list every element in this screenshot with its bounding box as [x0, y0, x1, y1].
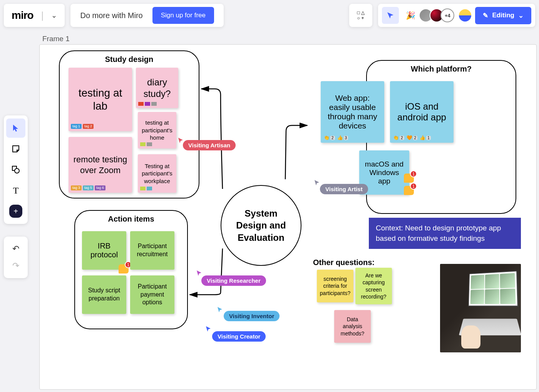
- sticky-workplace[interactable]: Testing at participant's workplace: [138, 154, 176, 193]
- sticky-tool[interactable]: [6, 139, 25, 158]
- sticky-text: testing at lab: [72, 87, 129, 112]
- comment-indicator[interactable]: 1: [119, 264, 129, 274]
- remote-cursor-researcher: Visiting Researcher: [201, 275, 266, 286]
- svg-point-1: [15, 168, 19, 173]
- confetti-icon: 🎉: [406, 11, 415, 20]
- context-text-box[interactable]: Context: Need to design prototype app ba…: [369, 218, 521, 249]
- center-topic-node[interactable]: System Design and Evaluation: [221, 185, 301, 266]
- reaction-thumb[interactable]: 👍3: [337, 135, 348, 140]
- sticky-note-icon: [12, 145, 20, 153]
- collaborator-avatars[interactable]: +4: [422, 8, 472, 22]
- sticky-text: Participant payment options: [133, 283, 171, 307]
- text-tool[interactable]: T: [6, 181, 25, 200]
- remote-cursor-creator: Visiting Creator: [212, 331, 266, 342]
- sticky-remote[interactable]: remote testing over Zoom tag 3 tag 5 tag…: [69, 137, 132, 193]
- collab-panel: 🎉 +4 ✎ Editing ⌄: [378, 4, 535, 27]
- editing-label: Editing: [492, 12, 514, 19]
- sticky-web[interactable]: Web app: easily usable through many devi…: [321, 81, 384, 143]
- logo-panel: miro | ⌄: [4, 4, 65, 27]
- sticky-script[interactable]: Study script preparation: [82, 275, 126, 314]
- tag[interactable]: tag 5: [83, 185, 94, 190]
- avatar-self[interactable]: [458, 8, 472, 22]
- sticky-home[interactable]: testing at participant's home: [138, 112, 176, 148]
- chevron-down-icon: ⌄: [518, 12, 524, 20]
- tag-row: tag 3 tag 5 tag 6: [71, 185, 105, 190]
- tag[interactable]: tag 6: [95, 185, 105, 190]
- remote-cursor-icon: [205, 325, 211, 332]
- shape-tool[interactable]: [6, 160, 25, 179]
- sticky-recruit[interactable]: Participant recruitment: [130, 231, 174, 270]
- remote-cursor-artisan: Visiting Artisan: [183, 140, 236, 150]
- remote-cursor-artist: Visiting Artist: [320, 184, 368, 194]
- canvas[interactable]: Study design testing at lab tag 1 tag 2 …: [39, 44, 537, 390]
- text-icon: T: [13, 185, 19, 196]
- sticky-screening[interactable]: screening criteria for participants?: [317, 270, 353, 302]
- sticky-mobile[interactable]: iOS and android app 👏2 🧡2 👍1: [390, 81, 454, 143]
- photo-hand: [461, 325, 480, 349]
- sticky-text: testing at participant's home: [141, 119, 173, 142]
- reaction-row[interactable]: 👏2 👍3: [324, 135, 348, 140]
- sticky-text: Web app: easily usable through many devi…: [324, 93, 381, 130]
- plus-icon: +: [13, 207, 18, 216]
- pencil-icon: ✎: [483, 12, 488, 20]
- editing-mode-button[interactable]: ✎ Editing ⌄: [475, 7, 531, 24]
- reaction-clap[interactable]: 👏2: [393, 135, 404, 140]
- shape-icon: [11, 165, 20, 174]
- swatch-row: [140, 187, 152, 190]
- apps-button[interactable]: □△○+: [349, 4, 372, 27]
- divider: |: [41, 10, 44, 22]
- sticky-text: diary study?: [139, 77, 175, 100]
- frame-label[interactable]: Frame 1: [42, 35, 70, 43]
- avatar-overflow[interactable]: +4: [440, 8, 454, 22]
- sticky-text: IRB protocol: [85, 242, 123, 259]
- sticky-analysis[interactable]: Data analysis methods?: [334, 310, 371, 343]
- embedded-image-laptop[interactable]: [440, 264, 521, 352]
- reaction-heart[interactable]: 🧡2: [407, 135, 418, 140]
- other-questions-heading[interactable]: Other questions:: [313, 258, 375, 267]
- redo-button[interactable]: ↷: [6, 257, 25, 274]
- sticky-text: Study script preparation: [85, 287, 123, 303]
- left-toolbar: T +: [4, 115, 28, 224]
- cursor-send-icon: [387, 12, 394, 19]
- select-tool[interactable]: [6, 118, 25, 138]
- comment-indicator[interactable]: 1: [404, 186, 414, 195]
- sticky-text: Are we capturing screen recording?: [358, 272, 389, 300]
- reaction-thumb[interactable]: 👍1: [420, 135, 431, 140]
- sticky-diary[interactable]: diary study?: [136, 68, 178, 108]
- remote-cursor-icon: [217, 306, 223, 313]
- board-menu-chevron-icon[interactable]: ⌄: [51, 11, 57, 20]
- more-tools-button[interactable]: +: [9, 205, 22, 218]
- comment-count-badge: 1: [410, 183, 417, 190]
- tag-row: tag 1 tag 2: [71, 124, 94, 129]
- cluster-title: Action items: [108, 215, 154, 224]
- tag[interactable]: tag 1: [71, 124, 82, 129]
- reaction-row[interactable]: 👏2 🧡2 👍1: [393, 135, 431, 140]
- follow-cursor-button[interactable]: [382, 7, 399, 24]
- context-text: Context: Need to design prototype app ba…: [376, 224, 501, 242]
- redo-icon: ↷: [12, 261, 19, 271]
- swatch-row: [140, 142, 152, 146]
- shapes-plus-icon: □△○+: [357, 10, 365, 20]
- remote-cursor-icon: [196, 270, 202, 277]
- reactions-button[interactable]: 🎉: [402, 7, 419, 24]
- tag[interactable]: tag 3: [71, 185, 82, 190]
- miro-logo[interactable]: miro: [12, 9, 33, 22]
- undo-panel: ↶ ↷: [4, 237, 28, 278]
- comment-indicator[interactable]: 1: [404, 173, 414, 183]
- undo-button[interactable]: ↶: [6, 240, 25, 257]
- sticky-text: screening criteria for participants?: [320, 275, 350, 297]
- reaction-clap[interactable]: 👏2: [324, 135, 335, 140]
- tag[interactable]: tag 2: [83, 124, 94, 129]
- sticky-recording[interactable]: Are we capturing screen recording?: [355, 268, 392, 304]
- undo-icon: ↶: [12, 244, 19, 254]
- sticky-text: Data analysis methods?: [337, 316, 368, 337]
- promo-text: Do more with Miro: [80, 11, 142, 20]
- sticky-irb[interactable]: IRB protocol 1: [82, 231, 126, 270]
- sticky-testing-lab[interactable]: testing at lab tag 1 tag 2: [69, 68, 132, 131]
- signup-button[interactable]: Sign up for free: [152, 7, 214, 24]
- promo-panel: Do more with Miro Sign up for free: [70, 4, 224, 27]
- comment-count-badge: 1: [410, 170, 417, 177]
- sticky-text: Testing at participant's workplace: [141, 162, 173, 185]
- remote-cursor-icon: [314, 179, 320, 186]
- sticky-payment[interactable]: Participant payment options: [130, 275, 174, 314]
